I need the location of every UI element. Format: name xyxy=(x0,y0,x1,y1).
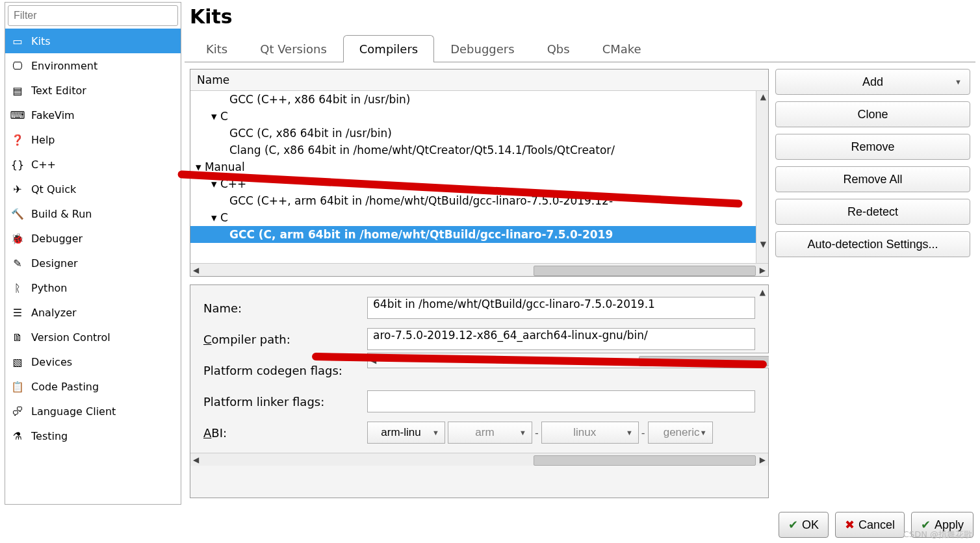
sidebar-item-kits[interactable]: ▭Kits xyxy=(5,29,181,53)
tabs-bar: Kits Qt Versions Compilers Debuggers Qbs… xyxy=(185,34,975,62)
sidebar-item-devices[interactable]: ▧Devices xyxy=(5,349,181,374)
sidebar-item-version-control[interactable]: 🗎Version Control xyxy=(5,325,181,349)
tab-debuggers[interactable]: Debuggers xyxy=(434,35,530,62)
tab-qt-versions[interactable]: Qt Versions xyxy=(244,35,343,62)
abi-os-select[interactable]: linux xyxy=(541,422,639,444)
name-label: Name: xyxy=(203,301,359,315)
details-horizontal-scrollbar[interactable]: ◀▶ xyxy=(190,453,768,466)
tab-kits[interactable]: Kits xyxy=(190,35,244,62)
path-horizontal-scrollbar[interactable]: ◀▶ xyxy=(367,353,769,368)
tree-row[interactable]: GCC (C++, x86 64bit in /usr/bin) xyxy=(190,91,768,108)
help-icon: ❓ xyxy=(12,134,23,145)
sidebar-item-environment[interactable]: 🖵Environment xyxy=(5,53,181,78)
tree-row[interactable]: Clang (C, x86 64bit in /home/wht/QtCreat… xyxy=(190,142,768,158)
dash-separator: - xyxy=(641,427,645,439)
tree-row[interactable]: ▾ C xyxy=(190,209,768,226)
add-button[interactable]: Add xyxy=(775,69,970,95)
tree-row[interactable]: ▾ C++ xyxy=(190,175,768,192)
scroll-right-icon[interactable]: ▶ xyxy=(760,455,766,464)
kits-icon: ▭ xyxy=(12,35,23,47)
version-control-icon: 🗎 xyxy=(12,331,23,343)
sidebar-item-label: Language Client xyxy=(31,405,116,418)
sidebar-item-label: Analyzer xyxy=(31,307,77,319)
name-field[interactable]: 64bit in /home/wht/QtBuild/gcc-linaro-7.… xyxy=(367,297,755,319)
sidebar-item-label: Environment xyxy=(31,60,97,72)
scroll-right-icon[interactable]: ▶ xyxy=(760,266,766,275)
tree-row[interactable]: ▾ Manual xyxy=(190,158,768,175)
scroll-up-icon[interactable]: ▲ xyxy=(760,92,766,101)
platform-linker-field[interactable] xyxy=(367,390,755,412)
sidebar-list: ▭Kits 🖵Environment ▤Text Editor ⌨FakeVim… xyxy=(5,29,181,504)
remove-all-button[interactable]: Remove All xyxy=(775,166,970,192)
scroll-down-icon[interactable]: ▼ xyxy=(760,240,766,249)
action-buttons-column: Add Clone Remove Remove All Re-detect Au… xyxy=(775,69,970,498)
tab-cmake[interactable]: CMake xyxy=(586,35,658,62)
tree-row[interactable]: GCC (C, x86 64bit in /usr/bin) xyxy=(190,125,768,142)
compilers-tree: Name ▲ ▼ GCC (C++, x86 64bit in /usr/bin… xyxy=(190,69,769,277)
scroll-left-icon[interactable]: ◀ xyxy=(193,266,199,275)
dash-separator: - xyxy=(535,427,539,439)
sidebar-item-label: Designer xyxy=(31,257,78,270)
sidebar-item-label: Kits xyxy=(31,35,51,47)
hammer-icon: 🔨 xyxy=(12,208,23,220)
sidebar-item-debugger[interactable]: 🐞Debugger xyxy=(5,226,181,251)
sidebar-item-python[interactable]: ᚱPython xyxy=(5,275,181,300)
tree-header-name[interactable]: Name xyxy=(190,69,768,91)
scroll-left-icon[interactable]: ◀ xyxy=(370,356,376,365)
platform-linker-label: Platform linker flags: xyxy=(203,395,359,409)
remove-button[interactable]: Remove xyxy=(775,134,970,160)
ok-icon: ✔ xyxy=(788,518,798,532)
cancel-icon: ✖ xyxy=(845,518,855,532)
dialog-footer: ✔OK ✖Cancel ✔Apply xyxy=(0,507,980,543)
sidebar-item-label: Code Pasting xyxy=(31,381,99,393)
sidebar-item-help[interactable]: ❓Help xyxy=(5,127,181,152)
sidebar-item-cpp[interactable]: {}C++ xyxy=(5,152,181,177)
document-icon: ▤ xyxy=(12,84,23,96)
compiler-details: ▲ Name: 64bit in /home/wht/QtBuild/gcc-l… xyxy=(190,284,769,498)
settings-sidebar: ▭Kits 🖵Environment ▤Text Editor ⌨FakeVim… xyxy=(5,2,181,505)
sidebar-item-label: Build & Run xyxy=(31,208,92,220)
sidebar-item-language-client[interactable]: 🗪Language Client xyxy=(5,399,181,423)
sidebar-item-label: Devices xyxy=(31,356,72,368)
scroll-left-icon[interactable]: ◀ xyxy=(193,455,199,464)
tab-qbs[interactable]: Qbs xyxy=(531,35,586,62)
abi-flavor-select[interactable]: generic xyxy=(648,422,713,444)
filter-input[interactable] xyxy=(8,5,178,26)
sidebar-item-text-editor[interactable]: ▤Text Editor xyxy=(5,78,181,103)
sidebar-item-testing[interactable]: ⚗Testing xyxy=(5,423,181,448)
tree-row-selected[interactable]: GCC (C, arm 64bit in /home/wht/QtBuild/g… xyxy=(190,226,768,243)
redetect-button[interactable]: Re-detect xyxy=(775,199,970,225)
braces-icon: {} xyxy=(12,158,23,170)
abi-label: ABI: xyxy=(203,426,359,440)
sidebar-item-label: Version Control xyxy=(31,331,110,344)
sidebar-item-label: Debugger xyxy=(31,233,83,245)
scroll-up-icon[interactable]: ▲ xyxy=(760,288,766,297)
ok-button[interactable]: ✔OK xyxy=(779,512,829,538)
abi-arch-select[interactable]: arm xyxy=(448,422,532,444)
sidebar-item-build-run[interactable]: 🔨Build & Run xyxy=(5,201,181,226)
watermark: CSDN @指舞花歌 xyxy=(903,529,972,540)
tree-horizontal-scrollbar[interactable]: ◀▶ xyxy=(190,263,768,276)
sidebar-item-code-pasting[interactable]: 📋Code Pasting xyxy=(5,374,181,399)
sidebar-item-analyzer[interactable]: ☰Analyzer xyxy=(5,300,181,325)
tab-compilers[interactable]: Compilers xyxy=(343,35,434,62)
sidebar-item-label: Text Editor xyxy=(31,84,86,97)
clone-button[interactable]: Clone xyxy=(775,101,970,127)
abi-primary-select[interactable]: arm-linu xyxy=(367,422,445,444)
sidebar-item-label: Python xyxy=(31,282,67,294)
monitor-icon: 🖵 xyxy=(12,60,23,71)
tree-row[interactable]: ▾ C xyxy=(190,108,768,125)
python-icon: ᚱ xyxy=(12,282,23,294)
compiler-path-field[interactable]: aro-7.5.0-2019.12-x86_64_aarch64-linux-g… xyxy=(367,328,755,350)
settings-content: Kits Kits Qt Versions Compilers Debugger… xyxy=(185,2,975,505)
platform-codegen-label: Platform codegen flags: xyxy=(203,364,359,377)
tree-row[interactable]: GCC (C++, arm 64bit in /home/wht/QtBuild… xyxy=(190,192,768,209)
sidebar-item-designer[interactable]: ✎Designer xyxy=(5,251,181,275)
auto-detection-settings-button[interactable]: Auto-detection Settings... xyxy=(775,231,970,257)
sidebar-item-label: Testing xyxy=(31,430,68,442)
sidebar-item-fakevim[interactable]: ⌨FakeVim xyxy=(5,103,181,127)
sidebar-item-label: FakeVim xyxy=(31,109,75,121)
cancel-button[interactable]: ✖Cancel xyxy=(835,512,905,538)
compiler-path-label: Compiler path: xyxy=(203,333,359,346)
sidebar-item-qt-quick[interactable]: ✈Qt Quick xyxy=(5,177,181,201)
